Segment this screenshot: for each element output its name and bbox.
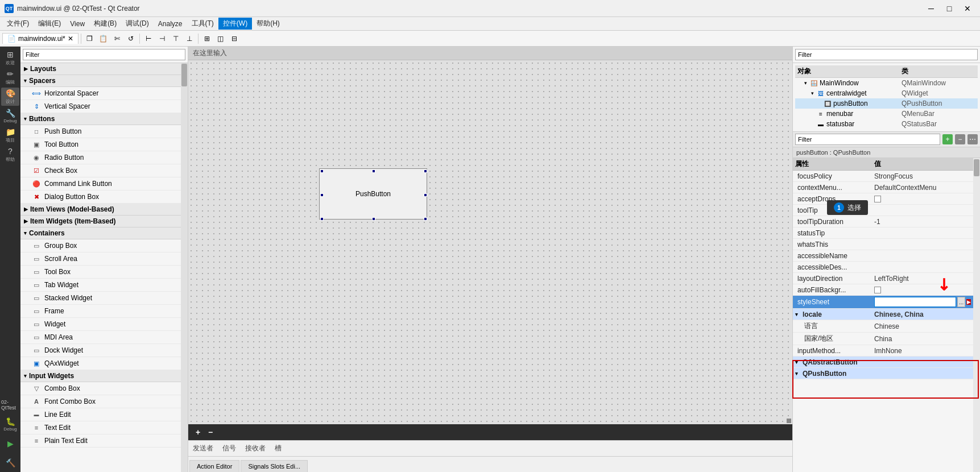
sidebar-item-debug[interactable]: 🔧 Debug [1, 107, 19, 125]
signals-signal[interactable]: 信号 [222, 444, 236, 453]
props-scrollbar[interactable] [973, 158, 980, 472]
sidebar-item-welcome[interactable]: ⊞ 欢迎 [1, 49, 19, 67]
remove-button[interactable]: − [205, 427, 216, 437]
category-containers[interactable]: ▾ Containers [20, 227, 181, 239]
tab-signals-slots[interactable]: Signals Slots Edi... [241, 460, 308, 472]
toolbar-btn-align-right[interactable]: ⊣ [156, 32, 168, 45]
canvas-push-button[interactable]: PushButton [319, 168, 427, 220]
menu-help[interactable]: 帮助(H) [252, 18, 284, 30]
prop-locale-section[interactable]: ▾ locale Chinese, China [793, 309, 973, 320]
prop-language[interactable]: 语言 Chinese [793, 320, 973, 333]
handle-mr[interactable] [424, 193, 427, 197]
widget-tool-box[interactable]: ▭ Tool Box [20, 266, 181, 279]
widget-tool-button[interactable]: ▣ Tool Button [20, 138, 181, 151]
widget-push-button[interactable]: □ Push Button [20, 125, 181, 138]
sidebar-item-project[interactable]: 📁 项目 [1, 126, 19, 144]
menu-file[interactable]: 文件(F) [2, 18, 34, 30]
signals-sender[interactable]: 发送者 [193, 444, 213, 453]
tree-row-statusbar[interactable]: ▬ statusbar QStatusBar [795, 119, 978, 129]
scrollbar-thumb[interactable] [181, 64, 187, 86]
signals-slot[interactable]: 槽 [275, 444, 282, 453]
autofill-checkbox[interactable] [874, 287, 881, 293]
menu-edit[interactable]: 编辑(E) [34, 18, 65, 30]
handle-ml[interactable] [320, 193, 324, 197]
menu-view[interactable]: View [65, 19, 89, 29]
prop-input-method[interactable]: inputMethod... ImhNone [793, 345, 973, 357]
toolbar-btn-refresh[interactable]: ↺ [125, 32, 137, 45]
tree-row-centralwidget[interactable]: ▾ 🖼 centralwidget QWidget [795, 88, 978, 98]
widget-radio-button[interactable]: ◉ Radio Button [20, 151, 181, 164]
menu-controls[interactable]: 控件(W) [218, 18, 252, 30]
prop-layout-direction[interactable]: layoutDirection LeftToRight [793, 273, 973, 284]
prop-accessible-desc[interactable]: accessibleDes... [793, 262, 973, 273]
handle-bc[interactable] [372, 217, 375, 221]
sidebar-item-run[interactable]: ▶ [1, 434, 19, 453]
stylesheet-input[interactable] [874, 297, 956, 307]
prop-autofill[interactable]: autoFillBackgr... [793, 284, 973, 296]
minimize-button[interactable]: ─ [923, 2, 939, 15]
category-buttons[interactable]: ▾ Buttons [20, 113, 181, 125]
prop-stylesheet[interactable]: styleSheet ... ▶ [793, 296, 973, 309]
handle-tr[interactable] [424, 169, 427, 173]
file-tab-close[interactable]: ✕ [68, 35, 73, 43]
handle-tl[interactable] [320, 169, 324, 173]
sidebar-item-edit[interactable]: ✏ 编辑 [1, 68, 19, 86]
toolbar-btn-align-bottom[interactable]: ⊥ [183, 32, 196, 45]
sidebar-item-qttest[interactable]: 02-QtTest [1, 396, 19, 414]
widget-tab-widget[interactable]: ▭ Tab Widget [20, 279, 181, 292]
category-item-widgets[interactable]: ▶ Item Widgets (Item-Based) [20, 216, 181, 227]
menu-analyze[interactable]: Analyze [154, 19, 187, 29]
props-remove-btn[interactable]: − [955, 134, 965, 144]
widget-text-edit[interactable]: ≡ Text Edit [20, 421, 181, 434]
prop-accessible-name[interactable]: accessibleName [793, 250, 973, 262]
widget-stacked-widget[interactable]: ▭ Stacked Widget [20, 292, 181, 305]
toolbar-btn-paste[interactable]: 📋 [97, 32, 110, 45]
prop-country[interactable]: 国家/地区 China [793, 333, 973, 345]
prop-qpushbutton-section[interactable]: ▾ QPushButton [793, 368, 973, 379]
widget-filter-input[interactable] [23, 49, 185, 60]
toolbar-btn-layout[interactable]: ◫ [214, 32, 227, 45]
sidebar-item-design[interactable]: 🎨 设计 [1, 88, 19, 106]
canvas-main[interactable]: PushButton [188, 60, 792, 424]
sidebar-item-help[interactable]: ? 帮助 [1, 146, 19, 164]
prop-accept-drops[interactable]: acceptDrops [793, 193, 973, 205]
maximize-button[interactable]: □ [941, 2, 957, 15]
widget-dock-widget[interactable]: ▭ Dock Widget [20, 344, 181, 357]
prop-whats-this[interactable]: whatsThis [793, 239, 973, 250]
tree-row-mainwindow[interactable]: ▾ 🪟 MainWindow QMainWindow [795, 78, 978, 88]
toolbar-btn-align-left[interactable]: ⊢ [142, 32, 155, 45]
menu-tools[interactable]: 工具(T) [187, 18, 218, 30]
widget-scroll-area[interactable]: ▭ Scroll Area [20, 252, 181, 266]
signals-receiver[interactable]: 接收者 [245, 444, 266, 453]
toolbar-btn-align-top[interactable]: ⊤ [169, 32, 182, 45]
toolbar-btn-grid[interactable]: ⊞ [201, 32, 213, 45]
close-button[interactable]: ✕ [960, 2, 975, 15]
right-filter-input[interactable] [795, 49, 978, 60]
widget-vertical-spacer[interactable]: ⇕ Vertical Spacer [20, 100, 181, 113]
add-button[interactable]: + [193, 427, 203, 437]
widget-panel-scrollbar[interactable] [181, 63, 188, 472]
tree-row-pushbutton[interactable]: 🔲 pushButton QPushButton [795, 98, 978, 109]
handle-tc[interactable] [372, 169, 375, 173]
widget-mdi-area[interactable]: ▭ MDI Area [20, 331, 181, 344]
widget-line-edit[interactable]: ▬ Line Edit [20, 408, 181, 421]
widget-plain-text-edit[interactable]: ≡ Plain Text Edit [20, 434, 181, 448]
stylesheet-expand[interactable]: ▶ [966, 299, 971, 305]
menu-debug[interactable]: 调试(D) [121, 18, 154, 30]
prop-tooltip[interactable]: toolTip 1 选择 [793, 205, 973, 216]
widget-frame[interactable]: ▭ Frame [20, 305, 181, 318]
props-menu-btn[interactable]: ⋯ [967, 134, 978, 144]
file-tab[interactable]: 📄 mainwindow.ui* ✕ [2, 33, 78, 44]
handle-bl[interactable] [320, 217, 324, 221]
prop-qabstractbutton-section[interactable]: ▾ QAbstractButton [793, 357, 973, 368]
widget-font-combo-box[interactable]: A Font Combo Box [20, 395, 181, 408]
toolbar-btn-break[interactable]: ⊟ [228, 32, 241, 45]
handle-br[interactable] [424, 217, 427, 221]
tab-action-editor[interactable]: Action Editor [189, 460, 239, 472]
tree-row-menubar[interactable]: ≡ menubar QMenuBar [795, 109, 978, 119]
props-add-btn[interactable]: + [942, 134, 953, 144]
toolbar-btn-cut[interactable]: ✄ [111, 32, 123, 45]
category-input-widgets[interactable]: ▾ Input Widgets [20, 370, 181, 382]
sidebar-item-debug2[interactable]: 🐛 Debug [1, 415, 19, 433]
toolbar-btn-copy[interactable]: ❐ [84, 32, 96, 45]
